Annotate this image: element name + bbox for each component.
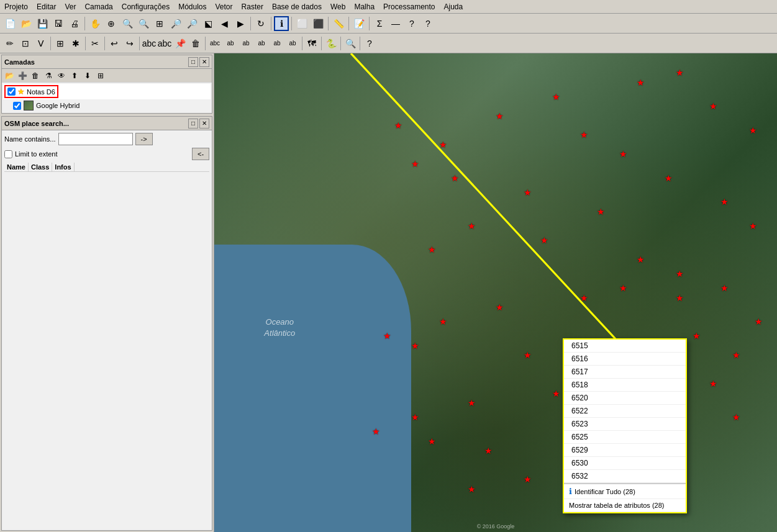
deselect-btn[interactable]: — (388, 16, 403, 31)
zoom-selection-btn[interactable]: ⬕ (201, 16, 216, 31)
layers-close-btn[interactable]: ✕ (199, 57, 209, 67)
menu-modulos[interactable]: Módulos (176, 2, 208, 12)
zoom-out-btn[interactable]: 🔍 (136, 16, 151, 31)
label-btn[interactable]: abc (142, 36, 157, 51)
popup-item-6532[interactable]: 6532 (564, 470, 686, 483)
layer-checkbox-hybrid[interactable] (13, 102, 21, 110)
digitize-btn[interactable]: ✏ (2, 36, 17, 51)
layers-remove-btn[interactable]: 🗑 (29, 70, 42, 81)
next-extent-btn[interactable]: ▶ (233, 16, 248, 31)
osm-limit-checkbox[interactable] (4, 150, 12, 158)
layers-add-btn[interactable]: ➕ (16, 70, 29, 81)
pin-btn[interactable]: 📌 (173, 36, 188, 51)
pan-btn[interactable]: ✋ (88, 16, 102, 31)
snap2-btn[interactable]: ✱ (68, 36, 83, 51)
popup-item-6518[interactable]: 6518 (564, 379, 686, 392)
menu-malha[interactable]: Malha (352, 2, 376, 12)
layers-expand-btn[interactable]: ⊞ (94, 70, 107, 81)
layers-minimize-btn[interactable]: □ (188, 57, 198, 67)
popup-item-6515[interactable]: 6515 (564, 340, 686, 353)
undo-btn[interactable]: ↩ (107, 36, 122, 51)
layers-eye-btn[interactable]: 👁 (55, 70, 68, 81)
search-map-btn[interactable]: 🔍 (343, 36, 358, 51)
refresh-btn[interactable]: ↻ (253, 16, 268, 31)
layer-item-notas-d6[interactable]: ★ Notas D6 (3, 84, 211, 99)
layer-item-google-hybrid[interactable]: Google Hybrid (3, 99, 211, 112)
zoom-full-btn[interactable]: 🔎 (184, 16, 199, 31)
popup-item-6529[interactable]: 6529 (564, 444, 686, 457)
menu-web[interactable]: Web (329, 2, 347, 12)
popup-item-6523[interactable]: 6523 (564, 418, 686, 431)
menu-configuracoes[interactable]: Configurações (120, 2, 171, 12)
select-btn[interactable]: ⬜ (294, 16, 309, 31)
pan2-btn[interactable]: ⊕ (104, 16, 119, 31)
popup-item-6520[interactable]: 6520 (564, 392, 686, 405)
identify-btn[interactable]: ℹ (274, 16, 289, 31)
layer-checkbox-notas[interactable] (7, 88, 16, 96)
layers-open-btn[interactable]: 📂 (3, 70, 16, 81)
label6-btn[interactable]: ab (254, 36, 269, 51)
popup-show-table-btn[interactable]: Mostrar tabela de atributos (28) (564, 499, 686, 512)
layers-move-down-btn[interactable]: ⬇ (81, 70, 94, 81)
zoom-layer-btn[interactable]: 🔎 (168, 16, 183, 31)
help3-btn[interactable]: ? (362, 36, 377, 51)
help2-btn[interactable]: ? (420, 16, 435, 31)
del-btn[interactable]: 🗑 (188, 36, 203, 51)
label7-btn[interactable]: ab (270, 36, 284, 51)
label4-btn[interactable]: ab (223, 36, 238, 51)
open-project-btn[interactable]: 📂 (19, 16, 34, 31)
popup-item-6525[interactable]: 6525 (564, 431, 686, 444)
diagram-btn[interactable]: 🗺 (304, 36, 319, 51)
results-col-name[interactable]: Name (4, 163, 29, 171)
menu-ver[interactable]: Ver (63, 2, 78, 12)
layers-move-up-btn[interactable]: ⬆ (68, 70, 81, 81)
menu-ajuda[interactable]: Ajuda (442, 2, 465, 12)
menu-raster[interactable]: Raster (240, 2, 265, 12)
menu-vetor[interactable]: Vetor (214, 2, 235, 12)
label5-btn[interactable]: ab (239, 36, 253, 51)
digitize2-btn[interactable]: Ⅴ (34, 36, 48, 51)
popup-item-6517[interactable]: 6517 (564, 366, 686, 379)
save-project-btn[interactable]: 💾 (35, 16, 50, 31)
popup-item-6522[interactable]: 6522 (564, 405, 686, 418)
new-project-btn[interactable]: 📄 (2, 16, 17, 31)
label2-btn[interactable]: abc (157, 36, 172, 51)
popup-identify-all-btn[interactable]: ℹ Identificar Tudo (28) (564, 484, 686, 499)
popup-item-6516[interactable]: 6516 (564, 353, 686, 366)
menu-processamento[interactable]: Processamento (381, 2, 437, 12)
cut-btn[interactable]: ✂ (88, 36, 102, 51)
results-col-infos[interactable]: Infos (52, 163, 74, 171)
label3-btn[interactable]: abc (207, 36, 222, 51)
osm-close-btn[interactable]: ✕ (199, 119, 209, 128)
node-btn[interactable]: ⊡ (18, 36, 33, 51)
annotation-btn[interactable]: 📝 (352, 16, 366, 31)
layers-filter-btn[interactable]: ⚗ (42, 70, 55, 81)
tips-btn[interactable]: ? (404, 16, 419, 31)
osm-minimize-btn[interactable]: □ (188, 119, 198, 128)
select2-btn[interactable]: ⬛ (311, 16, 325, 31)
menu-base-dados[interactable]: Base de dados (270, 2, 324, 12)
results-col-class[interactable]: Class (29, 163, 52, 171)
python-btn[interactable]: 🐍 (324, 36, 339, 51)
label8-btn[interactable]: ab (285, 36, 300, 51)
menu-camada[interactable]: Camada (83, 2, 114, 12)
menu-editar[interactable]: Editar (35, 2, 58, 12)
sep16 (360, 37, 360, 50)
prev-extent-btn[interactable]: ◀ (217, 16, 232, 31)
sep15 (340, 37, 341, 50)
stats-btn[interactable]: Σ (372, 16, 387, 31)
osm-back-btn[interactable]: <- (192, 148, 209, 160)
osm-search-btn[interactable]: -> (135, 133, 153, 145)
zoom-in-btn[interactable]: 🔍 (120, 16, 135, 31)
map-area[interactable]: OceanoAtlântico ★ ★ ★ ★ ★ ★ ★ ★ ★ ★ ★ ★ … (214, 53, 777, 532)
print-btn[interactable]: 🖨 (67, 16, 82, 31)
menu-projeto[interactable]: Projeto (2, 2, 30, 12)
snap-btn[interactable]: ⊞ (53, 36, 68, 51)
save-as-btn[interactable]: 🖫 (51, 16, 66, 31)
osm-name-input[interactable] (58, 133, 133, 145)
redo-btn[interactable]: ↪ (122, 36, 137, 51)
popup-item-6530[interactable]: 6530 (564, 457, 686, 470)
zoom-select-btn[interactable]: ⊞ (152, 16, 167, 31)
layer-hybrid-icon (24, 101, 34, 110)
measure-btn[interactable]: 📏 (331, 16, 346, 31)
